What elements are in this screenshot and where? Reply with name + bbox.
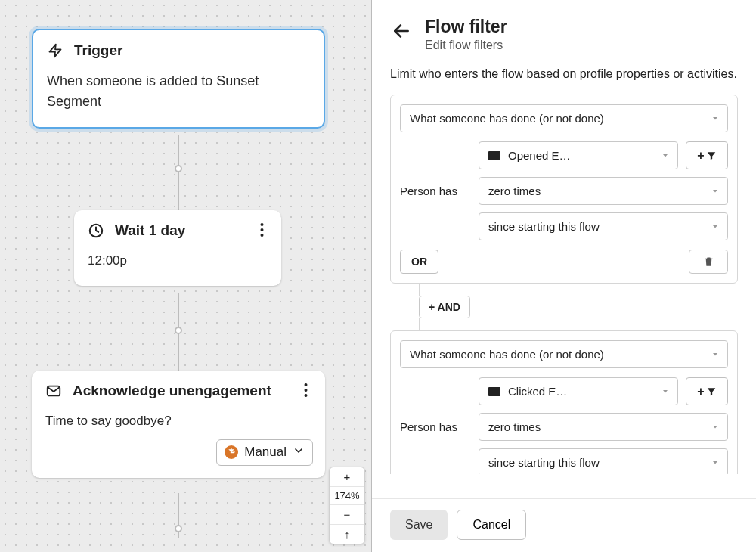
timeframe-label: since starting this flow	[488, 220, 600, 233]
plus-icon: +	[697, 149, 704, 163]
svg-point-6	[304, 389, 307, 392]
node-menu-button[interactable]	[253, 221, 271, 239]
condition-type-label: What someone has done (or not done)	[410, 112, 604, 125]
chevron-down-icon	[711, 112, 720, 125]
filter-group: What someone has done (or not done) Pers…	[390, 330, 738, 474]
svg-marker-0	[50, 45, 61, 57]
chevron-down-icon	[661, 385, 670, 398]
svg-marker-13	[713, 225, 717, 228]
trigger-description: When someone is added to Sunset Segment	[47, 71, 310, 112]
svg-marker-11	[663, 154, 668, 157]
save-button[interactable]: Save	[390, 510, 448, 540]
event-label: Clicked E…	[508, 385, 567, 398]
trigger-node[interactable]: Trigger When someone is added to Sunset …	[32, 29, 325, 129]
panel-instruction: Limit who enters the flow based on profi…	[390, 67, 738, 81]
scroll-up-button[interactable]: ↑	[330, 525, 364, 544]
panel-subtitle: Edit flow filters	[425, 39, 507, 52]
svg-point-7	[304, 394, 307, 397]
and-button[interactable]: + AND	[419, 296, 470, 318]
back-button[interactable]	[390, 20, 413, 42]
person-has-label: Person has	[400, 185, 469, 197]
timeframe-select[interactable]: since starting this flow	[479, 212, 728, 240]
add-filter-button[interactable]: +	[686, 377, 728, 405]
or-button[interactable]: OR	[400, 250, 438, 274]
zoom-out-button[interactable]: −	[330, 505, 364, 525]
svg-point-1	[260, 223, 263, 226]
count-select[interactable]: zero times	[479, 413, 728, 441]
email-node[interactable]: Acknowledge unengagement Time to say goo…	[32, 371, 325, 478]
chevron-down-icon	[711, 185, 720, 197]
connector-dot[interactable]	[175, 525, 182, 532]
delete-group-button[interactable]	[689, 250, 728, 274]
chevron-down-icon	[293, 445, 305, 461]
count-label: zero times	[488, 420, 541, 433]
event-icon	[488, 387, 500, 396]
event-icon	[488, 151, 500, 160]
and-connector: + AND	[419, 284, 738, 330]
condition-type-label: What someone has done (or not done)	[410, 348, 604, 361]
event-select[interactable]: Clicked E…	[479, 377, 678, 405]
zoom-controls: + 174% − ↑	[329, 467, 365, 544]
wait-title: Wait 1 day	[115, 222, 185, 239]
panel-footer: Save Cancel	[372, 498, 756, 552]
svg-marker-10	[713, 117, 717, 120]
svg-marker-17	[713, 461, 717, 464]
send-mode-label: Manual	[244, 445, 287, 460]
node-menu-button[interactable]	[296, 381, 314, 399]
mail-icon	[45, 383, 62, 399]
clock-icon	[88, 222, 104, 239]
chevron-down-icon	[661, 149, 670, 162]
wait-time: 12:00p	[88, 251, 268, 271]
chevron-down-icon	[711, 348, 720, 361]
event-select[interactable]: Opened E…	[479, 141, 678, 169]
timeframe-label: since starting this flow	[488, 456, 600, 469]
email-preview: Time to say goodbye?	[45, 411, 311, 431]
connector-dot[interactable]	[175, 165, 182, 172]
lightning-icon	[47, 42, 64, 59]
person-has-label: Person has	[400, 420, 469, 433]
tag-icon	[225, 445, 238, 459]
zoom-in-button[interactable]: +	[330, 467, 364, 487]
svg-marker-14	[713, 353, 717, 356]
svg-point-2	[260, 228, 263, 231]
flow-filter-panel: Flow filter Edit flow filters Limit who …	[372, 0, 756, 552]
chevron-down-icon	[711, 456, 720, 469]
chevron-down-icon	[711, 420, 720, 433]
svg-point-3	[260, 234, 263, 237]
count-select[interactable]: zero times	[479, 177, 728, 205]
svg-marker-16	[713, 426, 717, 429]
send-mode-select[interactable]: Manual	[216, 439, 313, 466]
plus-icon: +	[697, 385, 704, 398]
condition-type-select[interactable]: What someone has done (or not done)	[400, 340, 728, 368]
connector-dot[interactable]	[175, 327, 182, 334]
svg-marker-12	[713, 190, 717, 193]
condition-type-select[interactable]: What someone has done (or not done)	[400, 104, 728, 132]
panel-title: Flow filter	[425, 17, 507, 37]
email-title: Acknowledge unengagement	[73, 383, 271, 399]
event-label: Opened E…	[508, 149, 571, 162]
svg-point-5	[304, 383, 307, 386]
chevron-down-icon	[711, 220, 720, 233]
connector-line	[178, 135, 179, 210]
wait-node[interactable]: Wait 1 day 12:00p	[74, 210, 281, 286]
cancel-button[interactable]: Cancel	[457, 510, 526, 540]
count-label: zero times	[488, 185, 541, 197]
filter-group: What someone has done (or not done) Pers…	[390, 95, 738, 284]
timeframe-select[interactable]: since starting this flow	[479, 448, 728, 474]
trigger-title: Trigger	[74, 42, 122, 59]
add-filter-button[interactable]: +	[686, 141, 728, 169]
zoom-level: 174%	[330, 487, 364, 505]
flow-canvas[interactable]: Trigger When someone is added to Sunset …	[0, 0, 372, 552]
svg-marker-15	[663, 390, 668, 393]
